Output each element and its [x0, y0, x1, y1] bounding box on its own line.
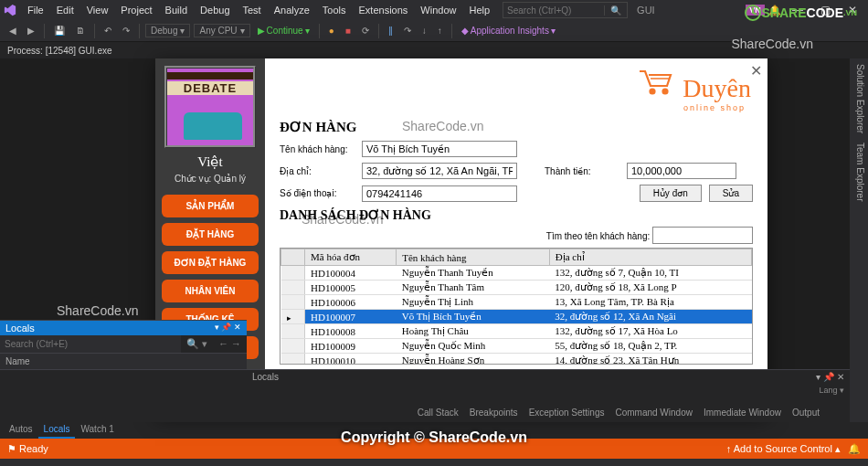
process-value: [12548] GUI.exe [46, 46, 112, 56]
menu-extensions[interactable]: Extensions [354, 2, 414, 18]
save-icon[interactable]: 💾 [50, 24, 69, 37]
table-row[interactable]: HD100005Nguyễn Thanh Tâm120, đường số 18… [281, 281, 752, 295]
col-id[interactable]: Mã hóa đơn [305, 249, 397, 266]
section-order-title: ĐƠN HÀNG [280, 119, 753, 135]
right-rail: Solution Explorer Team Explorer [850, 58, 868, 422]
step-into-icon[interactable]: ↓ [418, 24, 430, 37]
tab-breakpoints[interactable]: Breakpoints [465, 408, 523, 420]
right-pin-icon[interactable]: ▾ 📌 ✕ [816, 372, 844, 382]
statusbar: ⚑ Ready ↑ Add to Source Control ▴ 🔔 [0, 439, 868, 459]
vs-logo-icon [4, 4, 16, 16]
nav-fwd-icon[interactable]: ▶ [24, 24, 38, 37]
locals-title: Locals [5, 323, 35, 334]
step-over-icon[interactable]: ↷ [400, 24, 415, 37]
table-row[interactable]: HD100004Nguyễn Thanh Tuyền132, đường số … [281, 266, 752, 281]
search-nav-icon[interactable]: ← → [213, 335, 247, 353]
locals-search-input[interactable] [0, 335, 181, 353]
svg-point-1 [663, 90, 668, 94]
restart-icon[interactable]: ⟳ [358, 24, 373, 37]
process-bar: Process: [12548] GUI.exe [0, 42, 868, 58]
input-search-customer[interactable] [652, 227, 753, 244]
config-dropdown[interactable]: Debug ▾ [145, 24, 190, 37]
undo-icon[interactable]: ↶ [101, 24, 115, 37]
orders-grid[interactable]: Mã hóa đơn Tên khách hàng Địa chỉ HD1000… [280, 248, 753, 365]
menu-analyze[interactable]: Analyze [269, 2, 315, 18]
break-icon[interactable]: ● [325, 24, 338, 37]
tab-autos[interactable]: Autos [4, 422, 38, 439]
status-flag-icon: ⚑ [7, 443, 16, 455]
pin-icon[interactable]: ▾ 📌 ✕ [215, 323, 241, 334]
cart-icon [636, 66, 676, 99]
add-source-control[interactable]: ↑ Add to Source Control ▴ [726, 443, 841, 455]
ide-search[interactable]: 🔍 [503, 2, 628, 18]
cancel-order-button[interactable]: Hủy đơn [640, 185, 702, 202]
editor-area: Solution Explorer Team Explorer ✕ DEBATE… [0, 58, 868, 422]
menu-build[interactable]: Build [160, 2, 193, 18]
notifications-status-icon[interactable]: 🔔 [848, 443, 861, 455]
menu-test[interactable]: Test [238, 2, 267, 18]
app-window: ✕ DEBATE Việt Chức vụ: Quản lý SẢN PHẨM … [155, 58, 767, 415]
step-out-icon[interactable]: ↑ [434, 24, 446, 37]
input-total[interactable] [627, 163, 736, 179]
search-depth-icon[interactable]: 🔍 ▾ [181, 335, 213, 353]
locals-panel: Locals ▾ 📌 ✕ 🔍 ▾ ← → Name [0, 320, 247, 422]
main-menu: File Edit View Project Build Debug Test … [22, 2, 495, 18]
menu-edit[interactable]: Edit [51, 2, 79, 18]
table-row[interactable]: HD100008Hoàng Thị Châu132, đường số 17, … [281, 324, 752, 339]
right-locals-title: Locals [252, 372, 279, 382]
menu-file[interactable]: File [22, 2, 49, 18]
poster-title: DEBATE [167, 81, 253, 95]
tab-immediate[interactable]: Immediate Window [699, 408, 786, 420]
section-list-title: DANH SÁCH ĐƠN HÀNG [280, 207, 753, 223]
solution-explorer-tab[interactable]: Solution Explorer [852, 64, 865, 133]
edit-order-button[interactable]: Sửa [709, 185, 753, 202]
tab-callstack[interactable]: Call Stack [413, 408, 463, 420]
menu-window[interactable]: Window [415, 2, 461, 18]
nav-orders[interactable]: ĐƠN ĐẶT HÀNG [162, 251, 259, 274]
tab-command[interactable]: Command Window [610, 408, 696, 420]
sharecode-logo: SHARECODE.VN [744, 4, 857, 22]
table-row[interactable]: HD100010Nguyễn Hoàng Sơn14, đường số 23,… [281, 354, 752, 365]
pause-icon[interactable]: ‖ [385, 24, 397, 37]
ide-search-input[interactable] [503, 5, 604, 16]
continue-button[interactable]: ▶ Continue ▾ [254, 24, 313, 37]
search-icon[interactable]: 🔍 [604, 5, 627, 16]
table-row[interactable]: HD100009Nguyễn Quốc Minh55, đường số 18,… [281, 339, 752, 354]
titlebar: File Edit View Project Build Debug Test … [0, 0, 868, 20]
menu-help[interactable]: Help [463, 2, 495, 18]
menu-view[interactable]: View [81, 2, 114, 18]
label-search: Tìm theo tên khách hàng: [546, 231, 650, 241]
tab-output[interactable]: Output [788, 408, 824, 420]
svg-point-0 [651, 90, 655, 94]
input-address[interactable] [362, 163, 517, 179]
table-row[interactable]: HD100006Nguyễn Thị Linh13, Xã Long Tâm, … [281, 295, 752, 310]
user-role: Chức vụ: Quản lý [175, 174, 246, 184]
app-logo: Duyên online shop [636, 66, 751, 112]
tab-watch1[interactable]: Watch 1 [75, 422, 119, 439]
team-explorer-tab[interactable]: Team Explorer [852, 143, 865, 201]
input-phone[interactable] [362, 185, 517, 202]
nav-back-icon[interactable]: ◀ [5, 24, 20, 37]
tab-locals[interactable]: Locals [38, 422, 76, 439]
user-name: Việt [197, 154, 222, 170]
platform-dropdown[interactable]: Any CPU ▾ [194, 24, 249, 37]
input-customer[interactable] [362, 141, 517, 157]
col-addr[interactable]: Địa chỉ [549, 249, 751, 266]
app-insights-button[interactable]: ◆ Application Insights ▾ [458, 24, 559, 37]
logo-text: Duyên [683, 74, 751, 102]
label-customer: Tên khách hàng: [280, 144, 362, 154]
nav-staff[interactable]: NHÂN VIÊN [162, 280, 259, 302]
nav-products[interactable]: SẢN PHẨM [162, 195, 259, 217]
col-name[interactable]: Tên khách hàng [397, 249, 549, 266]
redo-icon[interactable]: ↷ [119, 24, 133, 37]
menu-debug[interactable]: Debug [195, 2, 235, 18]
save-all-icon[interactable]: 🗎 [72, 24, 89, 37]
nav-order[interactable]: ĐẶT HÀNG [162, 223, 259, 246]
menu-tools[interactable]: Tools [317, 2, 352, 18]
table-row[interactable]: HD100007Võ Thị Bích Tuyền32, đường số 12… [281, 310, 752, 324]
process-label: Process: [7, 46, 43, 56]
solution-name: GUI [628, 5, 664, 16]
menu-project[interactable]: Project [115, 2, 157, 18]
tab-exceptions[interactable]: Exception Settings [524, 408, 609, 420]
stop-icon[interactable]: ■ [342, 24, 355, 37]
